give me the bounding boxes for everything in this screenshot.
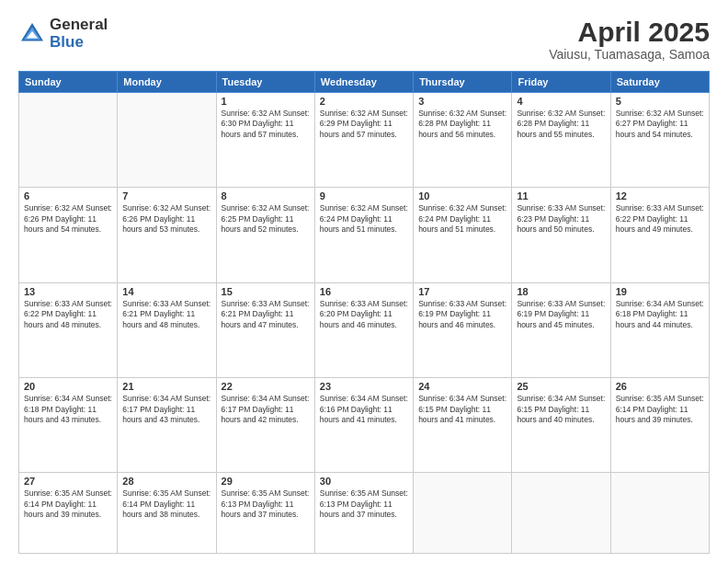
day-number: 1 bbox=[222, 96, 310, 107]
table-row: 20Sunrise: 6:34 AM Sunset: 6:18 PM Dayli… bbox=[19, 378, 118, 473]
day-number: 22 bbox=[222, 381, 310, 392]
day-number: 25 bbox=[517, 381, 605, 392]
table-row: 28Sunrise: 6:35 AM Sunset: 6:14 PM Dayli… bbox=[118, 473, 216, 554]
day-number: 11 bbox=[517, 190, 605, 201]
day-number: 7 bbox=[122, 190, 210, 201]
day-number: 6 bbox=[24, 190, 112, 201]
day-info: Sunrise: 6:34 AM Sunset: 6:17 PM Dayligh… bbox=[122, 394, 210, 425]
day-number: 10 bbox=[418, 190, 506, 201]
day-info: Sunrise: 6:34 AM Sunset: 6:16 PM Dayligh… bbox=[320, 394, 408, 425]
table-row: 30Sunrise: 6:35 AM Sunset: 6:13 PM Dayli… bbox=[314, 473, 413, 554]
header-sunday: Sunday bbox=[19, 72, 118, 93]
day-info: Sunrise: 6:32 AM Sunset: 6:30 PM Dayligh… bbox=[222, 109, 310, 140]
table-row: 13Sunrise: 6:33 AM Sunset: 6:22 PM Dayli… bbox=[19, 282, 118, 377]
day-number: 30 bbox=[320, 476, 408, 487]
day-info: Sunrise: 6:33 AM Sunset: 6:21 PM Dayligh… bbox=[222, 299, 310, 330]
day-info: Sunrise: 6:32 AM Sunset: 6:25 PM Dayligh… bbox=[222, 203, 310, 235]
day-info: Sunrise: 6:34 AM Sunset: 6:17 PM Dayligh… bbox=[222, 394, 310, 425]
day-info: Sunrise: 6:32 AM Sunset: 6:29 PM Dayligh… bbox=[320, 109, 408, 140]
day-number: 17 bbox=[418, 286, 506, 297]
calendar-week-5: 27Sunrise: 6:35 AM Sunset: 6:14 PM Dayli… bbox=[19, 473, 710, 554]
calendar-title: April 2025 bbox=[549, 17, 710, 47]
table-row: 12Sunrise: 6:33 AM Sunset: 6:22 PM Dayli… bbox=[610, 188, 709, 282]
day-number: 4 bbox=[517, 96, 605, 107]
day-number: 21 bbox=[122, 381, 210, 392]
day-info: Sunrise: 6:32 AM Sunset: 6:28 PM Dayligh… bbox=[517, 109, 605, 140]
day-info: Sunrise: 6:33 AM Sunset: 6:21 PM Dayligh… bbox=[122, 299, 210, 330]
table-row: 8Sunrise: 6:32 AM Sunset: 6:25 PM Daylig… bbox=[216, 188, 314, 282]
day-number: 19 bbox=[616, 286, 704, 297]
day-info: Sunrise: 6:34 AM Sunset: 6:18 PM Dayligh… bbox=[24, 394, 112, 425]
day-info: Sunrise: 6:33 AM Sunset: 6:22 PM Dayligh… bbox=[24, 299, 112, 330]
header-tuesday: Tuesday bbox=[216, 72, 314, 93]
table-row: 17Sunrise: 6:33 AM Sunset: 6:19 PM Dayli… bbox=[414, 282, 512, 377]
table-row: 27Sunrise: 6:35 AM Sunset: 6:14 PM Dayli… bbox=[19, 473, 118, 554]
header-wednesday: Wednesday bbox=[314, 72, 413, 93]
calendar-week-3: 13Sunrise: 6:33 AM Sunset: 6:22 PM Dayli… bbox=[19, 282, 710, 377]
logo-blue-text: Blue bbox=[50, 34, 108, 52]
table-row: 10Sunrise: 6:32 AM Sunset: 6:24 PM Dayli… bbox=[414, 188, 512, 282]
table-row: 11Sunrise: 6:33 AM Sunset: 6:23 PM Dayli… bbox=[512, 188, 610, 282]
header: General Blue April 2025 Vaiusu, Tuamasag… bbox=[18, 17, 710, 62]
day-number: 24 bbox=[418, 381, 506, 392]
day-info: Sunrise: 6:32 AM Sunset: 6:24 PM Dayligh… bbox=[418, 203, 506, 235]
weekday-header-row: Sunday Monday Tuesday Wednesday Thursday… bbox=[19, 72, 710, 93]
calendar-table: Sunday Monday Tuesday Wednesday Thursday… bbox=[18, 71, 710, 554]
logo-general-text: General bbox=[50, 17, 108, 34]
day-info: Sunrise: 6:32 AM Sunset: 6:27 PM Dayligh… bbox=[616, 109, 704, 140]
day-number: 27 bbox=[24, 476, 112, 487]
day-number: 16 bbox=[320, 286, 408, 297]
table-row: 6Sunrise: 6:32 AM Sunset: 6:26 PM Daylig… bbox=[19, 188, 118, 282]
table-row: 18Sunrise: 6:33 AM Sunset: 6:19 PM Dayli… bbox=[512, 282, 610, 377]
day-number: 5 bbox=[616, 96, 704, 107]
day-info: Sunrise: 6:35 AM Sunset: 6:14 PM Dayligh… bbox=[122, 488, 210, 520]
header-monday: Monday bbox=[118, 72, 216, 93]
table-row bbox=[610, 473, 709, 554]
day-info: Sunrise: 6:35 AM Sunset: 6:13 PM Dayligh… bbox=[320, 488, 408, 520]
day-info: Sunrise: 6:34 AM Sunset: 6:15 PM Dayligh… bbox=[418, 394, 506, 425]
header-friday: Friday bbox=[512, 72, 610, 93]
day-number: 2 bbox=[320, 96, 408, 107]
day-number: 23 bbox=[320, 381, 408, 392]
day-info: Sunrise: 6:33 AM Sunset: 6:19 PM Dayligh… bbox=[517, 299, 605, 330]
day-info: Sunrise: 6:35 AM Sunset: 6:14 PM Dayligh… bbox=[24, 488, 112, 520]
table-row: 5Sunrise: 6:32 AM Sunset: 6:27 PM Daylig… bbox=[610, 93, 709, 188]
table-row: 25Sunrise: 6:34 AM Sunset: 6:15 PM Dayli… bbox=[512, 378, 610, 473]
day-number: 9 bbox=[320, 190, 408, 201]
calendar-week-2: 6Sunrise: 6:32 AM Sunset: 6:26 PM Daylig… bbox=[19, 188, 710, 282]
header-thursday: Thursday bbox=[414, 72, 512, 93]
day-number: 3 bbox=[418, 96, 506, 107]
day-info: Sunrise: 6:33 AM Sunset: 6:20 PM Dayligh… bbox=[320, 299, 408, 330]
table-row bbox=[118, 93, 216, 188]
day-number: 8 bbox=[222, 190, 310, 201]
day-number: 20 bbox=[24, 381, 112, 392]
table-row: 15Sunrise: 6:33 AM Sunset: 6:21 PM Dayli… bbox=[216, 282, 314, 377]
day-info: Sunrise: 6:33 AM Sunset: 6:19 PM Dayligh… bbox=[418, 299, 506, 330]
title-block: April 2025 Vaiusu, Tuamasaga, Samoa bbox=[549, 17, 710, 62]
table-row: 14Sunrise: 6:33 AM Sunset: 6:21 PM Dayli… bbox=[118, 282, 216, 377]
day-number: 13 bbox=[24, 286, 112, 297]
day-info: Sunrise: 6:32 AM Sunset: 6:28 PM Dayligh… bbox=[418, 109, 506, 140]
day-info: Sunrise: 6:32 AM Sunset: 6:26 PM Dayligh… bbox=[24, 203, 112, 235]
table-row bbox=[19, 93, 118, 188]
table-row: 24Sunrise: 6:34 AM Sunset: 6:15 PM Dayli… bbox=[414, 378, 512, 473]
table-row: 1Sunrise: 6:32 AM Sunset: 6:30 PM Daylig… bbox=[216, 93, 314, 188]
table-row: 21Sunrise: 6:34 AM Sunset: 6:17 PM Dayli… bbox=[118, 378, 216, 473]
calendar-location: Vaiusu, Tuamasaga, Samoa bbox=[549, 47, 710, 62]
page: General Blue April 2025 Vaiusu, Tuamasag… bbox=[0, 0, 728, 563]
day-info: Sunrise: 6:33 AM Sunset: 6:23 PM Dayligh… bbox=[517, 203, 605, 235]
table-row: 2Sunrise: 6:32 AM Sunset: 6:29 PM Daylig… bbox=[314, 93, 413, 188]
day-info: Sunrise: 6:35 AM Sunset: 6:13 PM Dayligh… bbox=[222, 488, 310, 520]
day-info: Sunrise: 6:32 AM Sunset: 6:26 PM Dayligh… bbox=[122, 203, 210, 235]
day-info: Sunrise: 6:33 AM Sunset: 6:22 PM Dayligh… bbox=[616, 203, 704, 235]
table-row: 4Sunrise: 6:32 AM Sunset: 6:28 PM Daylig… bbox=[512, 93, 610, 188]
logo: General Blue bbox=[18, 17, 108, 51]
day-number: 26 bbox=[616, 381, 704, 392]
day-info: Sunrise: 6:34 AM Sunset: 6:15 PM Dayligh… bbox=[517, 394, 605, 425]
day-number: 14 bbox=[122, 286, 210, 297]
table-row: 26Sunrise: 6:35 AM Sunset: 6:14 PM Dayli… bbox=[610, 378, 709, 473]
table-row: 9Sunrise: 6:32 AM Sunset: 6:24 PM Daylig… bbox=[314, 188, 413, 282]
table-row: 22Sunrise: 6:34 AM Sunset: 6:17 PM Dayli… bbox=[216, 378, 314, 473]
table-row bbox=[414, 473, 512, 554]
table-row: 7Sunrise: 6:32 AM Sunset: 6:26 PM Daylig… bbox=[118, 188, 216, 282]
